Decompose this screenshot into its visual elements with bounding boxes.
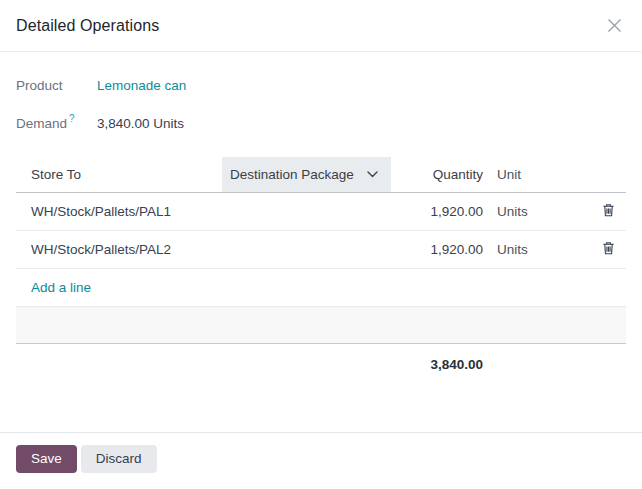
trash-icon	[602, 241, 615, 255]
modal-title: Detailed Operations	[16, 17, 159, 35]
quantity-cell[interactable]: 1,920.00	[391, 204, 491, 219]
detailed-operations-modal: Detailed Operations Product Lemonade can…	[0, 0, 642, 489]
demand-field-row: Demand? 3,840.00 Units	[16, 113, 626, 133]
save-button[interactable]: Save	[16, 445, 77, 473]
delete-row-button[interactable]	[602, 241, 615, 255]
destination-package-label: Destination Package	[230, 167, 354, 182]
table-header-row: Store To Destination Package Quantity Un…	[16, 157, 626, 193]
row-actions-cell	[577, 241, 626, 258]
modal-header: Detailed Operations	[0, 0, 642, 52]
quantity-total: 3,840.00	[391, 357, 491, 372]
close-icon	[607, 18, 622, 33]
row-actions-cell	[577, 203, 626, 220]
unit-cell: Units	[491, 204, 577, 219]
help-icon: ?	[69, 113, 75, 124]
product-label: Product	[16, 78, 97, 93]
total-row: 3,840.00	[16, 344, 626, 384]
discard-button[interactable]: Discard	[81, 445, 157, 473]
modal-footer: Save Discard	[0, 432, 642, 489]
empty-row	[16, 307, 626, 344]
add-a-line-row: Add a line	[16, 269, 626, 307]
store-to-cell[interactable]: WH/Stock/Pallets/PAL1	[16, 204, 222, 219]
trash-icon	[602, 203, 615, 217]
table-row: WH/Stock/Pallets/PAL2 1,920.00 Units	[16, 231, 626, 269]
quantity-cell[interactable]: 1,920.00	[391, 242, 491, 257]
unit-cell: Units	[491, 242, 577, 257]
demand-label: Demand?	[16, 113, 97, 131]
operations-table: Store To Destination Package Quantity Un…	[16, 157, 626, 384]
fields-section: Product Lemonade can Demand? 3,840.00 Un…	[16, 78, 626, 133]
product-field-row: Product Lemonade can	[16, 78, 626, 98]
demand-value: 3,840.00 Units	[97, 116, 184, 131]
table-row: WH/Stock/Pallets/PAL1 1,920.00 Units	[16, 193, 626, 231]
delete-row-button[interactable]	[602, 203, 615, 217]
column-header-quantity[interactable]: Quantity	[391, 167, 491, 182]
modal-body: Product Lemonade can Demand? 3,840.00 Un…	[0, 52, 642, 432]
demand-label-text: Demand	[16, 116, 67, 131]
column-header-unit[interactable]: Unit	[491, 167, 577, 182]
add-a-line-link[interactable]: Add a line	[31, 280, 91, 295]
column-header-destination-package[interactable]: Destination Package	[222, 157, 391, 192]
close-button[interactable]	[602, 14, 626, 38]
store-to-cell[interactable]: WH/Stock/Pallets/PAL2	[16, 242, 222, 257]
product-value-link[interactable]: Lemonade can	[97, 78, 186, 93]
chevron-down-icon	[367, 171, 378, 178]
column-header-store-to[interactable]: Store To	[16, 167, 222, 182]
